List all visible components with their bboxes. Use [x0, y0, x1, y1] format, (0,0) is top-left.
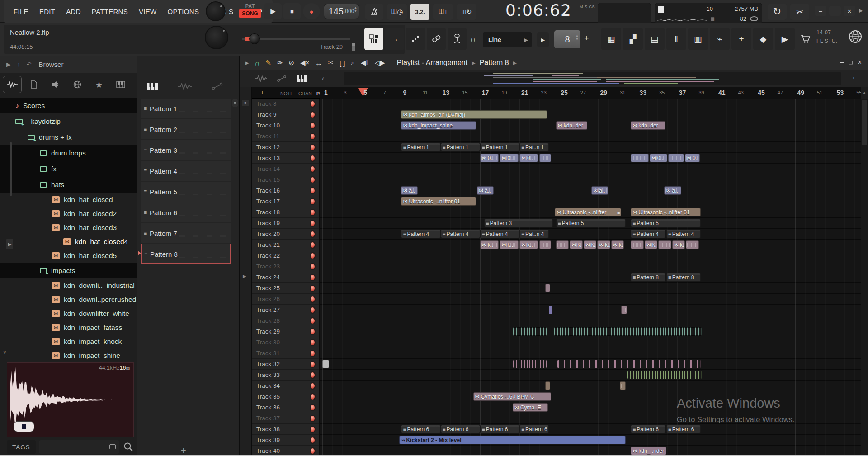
slider-thumb[interactable] [249, 33, 260, 44]
clip-stripe[interactable] [627, 371, 702, 379]
track-mute-led[interactable] [310, 306, 316, 314]
track-row-track-24[interactable]: Track 24 [252, 272, 320, 283]
track-mute-led[interactable] [310, 209, 316, 216]
tree-item-fx[interactable]: fx [0, 161, 137, 177]
clip-k-[interactable]: ⋈k.. [570, 240, 582, 249]
picker-audio-icon[interactable] [178, 82, 192, 90]
clip-k-[interactable]: ⋈k.. [645, 240, 657, 249]
clip-aw[interactable] [621, 306, 627, 314]
clip-ultrasonic-nlifter-01[interactable]: ⋈Ultrasonic -..nlifter 01 [631, 208, 701, 216]
clip-pattern-5[interactable]: ≡Pattern 5 [556, 219, 626, 227]
track-row-track-15[interactable]: Track 15 [252, 174, 320, 185]
clip-aw[interactable] [631, 240, 643, 249]
toolbar-overflow-icon[interactable]: ▶ [859, 8, 863, 14]
clip-k-[interactable]: ⋈k.. [500, 240, 518, 249]
link-button[interactable] [427, 28, 446, 50]
channel-rack-button[interactable]: ▤ [645, 28, 665, 50]
track-name[interactable]: Track 22 [256, 252, 280, 259]
record-button[interactable]: ● [303, 3, 320, 19]
restore-button[interactable] [829, 6, 841, 16]
clip-kdn-der[interactable]: ⋈kdn..der [631, 121, 665, 130]
pattern-item-pattern-3[interactable]: ≡Pattern 3 [141, 140, 231, 160]
main-volume-knob[interactable] [206, 1, 226, 21]
track-row-track-28[interactable]: Track 28 [252, 315, 320, 326]
play-button[interactable]: ▶ [264, 3, 282, 19]
track-name[interactable]: Track 17 [256, 198, 280, 205]
clip-pattern-4[interactable]: ≡Pattern 4 [401, 230, 440, 238]
clip-pattern-8[interactable]: ≡Pattern 8 [666, 273, 701, 282]
track-mute-led[interactable] [310, 133, 316, 140]
bpm-spinner[interactable]: ▲▼ [354, 6, 357, 13]
tree-item-kdn-hat-closed3[interactable]: ⋈kdn_hat_closed3 [0, 221, 137, 235]
tree-item-kdn-hat-closed[interactable]: ⋈kdn_hat_closed [0, 193, 137, 207]
track-mute-led[interactable] [310, 371, 316, 379]
typing-keyboard-button[interactable] [364, 28, 383, 50]
tree-item-kdn-impact-knock[interactable]: ⋈kdn_impact_knock [0, 334, 137, 348]
track-name[interactable]: Track 8 [256, 100, 277, 107]
zoom-icon[interactable]: ⌕ [351, 59, 354, 67]
track-name[interactable]: Track 14 [256, 165, 280, 172]
clip-0-[interactable]: ⋈0.. [685, 154, 700, 162]
snap-next-button[interactable]: ▶ [537, 32, 549, 47]
add-track-plus[interactable]: + [260, 89, 264, 96]
clip-k-[interactable]: ⋈k.. [672, 240, 685, 249]
clip-pattern-6[interactable]: ≡Pattern 6 [666, 425, 701, 433]
shift-plus-label[interactable]: + [584, 34, 589, 43]
shop-button[interactable] [797, 28, 815, 50]
track-row-track-22[interactable]: Track 22 [252, 250, 320, 261]
pattern-item-pattern-6[interactable]: ≡Pattern 6 [141, 202, 231, 222]
snap-selector[interactable]: Line ▶ [483, 32, 532, 47]
track-row-track-39[interactable]: Track 39 [252, 435, 320, 446]
online-globe-button[interactable] [848, 29, 863, 44]
playlist-minimap[interactable]: ‹ › · [240, 70, 868, 87]
minimap-strip[interactable] [344, 72, 841, 85]
track-name[interactable]: Track 32 [256, 361, 280, 367]
clip-kdn-impact-shine[interactable]: ⋈kdn_impact_shine [401, 121, 476, 130]
track-name[interactable]: Track 24 [256, 274, 280, 281]
pattern-scrollbar[interactable]: ■ [232, 99, 238, 107]
playlist-vscrollbar[interactable]: ▲ [861, 87, 868, 456]
sync-button[interactable]: ↻ [768, 4, 787, 20]
track-row-track-25[interactable]: Track 25 [252, 283, 320, 294]
search-icon[interactable] [123, 442, 134, 452]
close-button[interactable]: × [844, 6, 855, 16]
pattern-item-pattern-5[interactable]: ≡Pattern 5 [141, 182, 231, 202]
track-row-track-32[interactable]: Track 32 [252, 359, 320, 370]
tree-collapse-bottom-icon[interactable]: ∨ [3, 349, 7, 355]
clip-pat-n-1[interactable]: ≡Pat..n 1 [519, 143, 549, 151]
browser-up-icon[interactable]: ↑ [17, 61, 20, 68]
track-mute-led[interactable] [310, 296, 316, 303]
clip-a-[interactable]: ⋈a.. [591, 186, 608, 195]
pattern-item-pattern-4[interactable]: ≡Pattern 4 [141, 161, 231, 181]
pat-song-toggle[interactable]: PAT SONG [239, 2, 261, 18]
stop-button[interactable]: ■ [283, 3, 301, 19]
track-mute-led[interactable] [310, 328, 316, 335]
clip-0-[interactable]: ⋈0.. [500, 154, 518, 162]
track-row-track-21[interactable]: Track 21 [252, 240, 320, 250]
menu-file[interactable]: FILE [8, 8, 34, 15]
track-name[interactable]: Track 26 [256, 296, 280, 302]
track-name[interactable]: Track 15 [256, 176, 280, 183]
bpm-display[interactable]: 145.000 ▲▼ [324, 4, 359, 19]
tab-favorites[interactable]: ★ [90, 76, 108, 93]
track-row-track-23[interactable]: Track 23 [252, 261, 320, 272]
pattern-item-pattern-7[interactable]: ≡Pattern 7 [141, 223, 231, 243]
track-name[interactable]: Track 16 [256, 187, 280, 194]
master-pitch-knob[interactable] [205, 26, 228, 49]
track-row-track-36[interactable]: Track 36 [252, 402, 320, 413]
clip-cymatics-60-bpm-c[interactable]: ⋈Cymatics -..60 BPM C [473, 392, 551, 401]
clip-a-[interactable]: ⋈a.. [477, 186, 494, 195]
track-row-track-27[interactable]: Track 27 [252, 305, 320, 315]
tree-item-hats[interactable]: hats [0, 177, 137, 193]
clip-aw[interactable] [668, 154, 684, 162]
track-name[interactable]: Track 30 [256, 339, 280, 346]
track-name[interactable]: Track 33 [256, 371, 280, 378]
clip-pattern-4[interactable]: ≡Pattern 4 [441, 230, 480, 238]
clip-kdn-nder[interactable]: ⋈kdn_..nder [631, 447, 666, 455]
rail-scroll-box[interactable]: ■ [242, 100, 249, 106]
menu-patterns[interactable]: PATTERNS [86, 8, 133, 15]
pattern-item-pattern-8[interactable]: ≡Pattern 8 [141, 244, 231, 264]
browser-back-icon[interactable]: ↶ [27, 61, 32, 68]
track-mute-led[interactable] [310, 187, 316, 194]
clip-stripe[interactable] [554, 327, 702, 336]
